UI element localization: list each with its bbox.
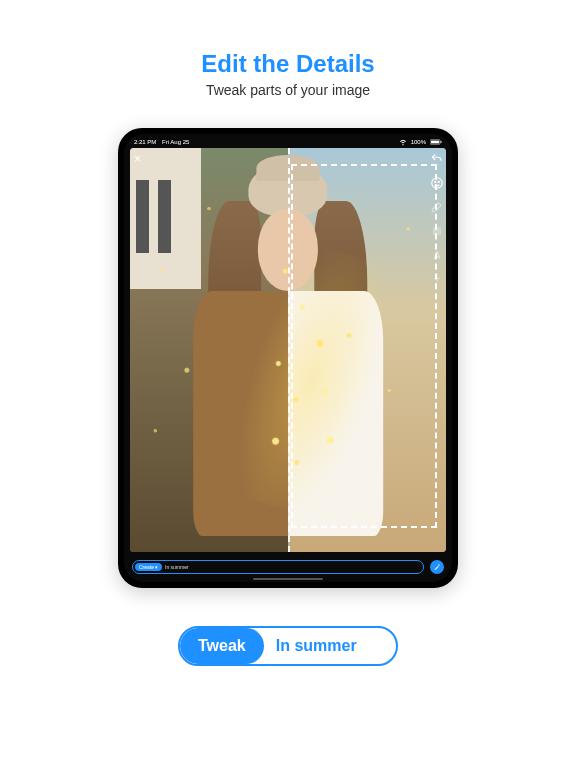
undo-icon[interactable]: [430, 152, 444, 166]
generate-button[interactable]: [430, 560, 444, 574]
svg-point-3: [432, 178, 443, 189]
prompt-bar: Create ▾ In summer: [132, 560, 444, 574]
tweak-text: In summer: [276, 637, 357, 655]
svg-point-5: [438, 181, 439, 182]
status-left: 2:21 PM Fri Aug 25: [134, 139, 189, 145]
svg-rect-2: [441, 141, 442, 143]
prompt-text: In summer: [165, 564, 189, 570]
svg-rect-1: [431, 140, 439, 143]
chevron-down-icon: ▾: [155, 564, 158, 570]
page-subheading: Tweak parts of your image: [206, 82, 370, 98]
selection-marquee[interactable]: [291, 164, 436, 528]
compare-divider[interactable]: [288, 148, 290, 552]
svg-rect-6: [433, 227, 441, 235]
tablet-screen: 2:21 PM Fri Aug 25 100%: [124, 134, 452, 582]
mode-label: Create: [139, 564, 154, 570]
home-indicator: [253, 578, 323, 580]
status-time: 2:21 PM: [134, 139, 156, 145]
layers-icon[interactable]: [430, 224, 444, 238]
status-bar: 2:21 PM Fri Aug 25 100%: [124, 134, 452, 148]
tweak-chip[interactable]: Tweak: [180, 628, 264, 664]
brush-icon[interactable]: [430, 200, 444, 214]
status-date: Fri Aug 25: [162, 139, 189, 145]
text-tool-icon[interactable]: A: [430, 248, 444, 262]
close-button[interactable]: ×: [134, 152, 141, 166]
page-heading: Edit the Details: [201, 50, 374, 78]
face-retouch-icon[interactable]: [430, 176, 444, 190]
tablet-frame: 2:21 PM Fri Aug 25 100%: [118, 128, 458, 588]
mode-chip[interactable]: Create ▾: [135, 563, 162, 571]
tweak-pill[interactable]: Tweak In summer: [178, 626, 398, 666]
svg-point-4: [435, 181, 436, 182]
battery-percent: 100%: [411, 139, 426, 145]
add-icon[interactable]: +: [430, 272, 444, 286]
prompt-input[interactable]: Create ▾ In summer: [132, 560, 424, 574]
wifi-icon: [399, 138, 407, 147]
right-toolbar: A +: [430, 152, 444, 286]
status-right: 100%: [399, 138, 442, 147]
battery-icon: [430, 139, 442, 146]
editor-canvas[interactable]: [130, 148, 446, 552]
